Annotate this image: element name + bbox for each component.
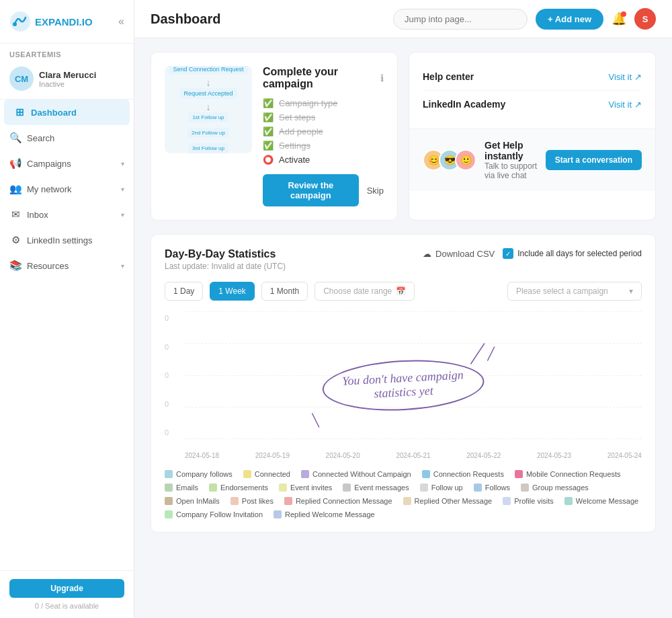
collapse-button[interactable]: « <box>118 15 124 28</box>
y-label-2: 0 <box>165 371 169 379</box>
campaign-select-label: Please select a campaign <box>516 286 608 296</box>
legend-label: Follows <box>485 484 510 492</box>
legend-dot <box>279 484 287 492</box>
nav-icon-campaigns: 📢 <box>9 157 22 169</box>
legend-label: Group messages <box>532 484 589 492</box>
campaign-card: Send Connection Request ↓ Request Accept… <box>151 52 398 221</box>
include-all-checkbox[interactable]: ✓ <box>503 248 513 259</box>
upgrade-button[interactable]: Upgrade <box>9 579 124 598</box>
notifications-button[interactable]: 🔔 <box>612 11 626 26</box>
x-label: 2024-05-20 <box>326 452 360 459</box>
nav-icon-resources: 📚 <box>9 260 22 272</box>
linkedin-academy-label: LinkedIn Academy <box>423 99 505 110</box>
support-avatar-3: 🙂 <box>455 149 476 171</box>
start-conversation-button[interactable]: Start a conversation <box>546 150 642 170</box>
step-label: Activate <box>279 155 310 165</box>
flow-step-5: 3rd Follow up <box>188 143 228 153</box>
sidebar-item-my-network[interactable]: 👥 My network ▾ <box>0 176 134 202</box>
chevron-down-icon: ▾ <box>121 262 124 270</box>
sidebar-item-campaigns[interactable]: 📢 Campaigns ▾ <box>0 151 134 176</box>
support-text: Get Help instantly Talk to support via l… <box>485 140 538 180</box>
legend-item: Company follows <box>165 470 233 478</box>
legend-label: Endorsements <box>220 484 268 492</box>
legend-dot <box>301 470 309 478</box>
flow-step-3: 1st Follow up <box>188 112 228 122</box>
sidebar-footer: Upgrade 0 / Seat is available <box>0 570 134 618</box>
logo-text: EXPANDI.IO <box>35 16 93 28</box>
support-avatars: 😊 😎 🙂 <box>423 149 476 171</box>
campaign-title-row: Complete your campaign ℹ <box>263 66 384 90</box>
legend-dot <box>165 510 173 518</box>
doodle-lines <box>457 340 497 367</box>
legend-item: Emails <box>165 484 198 492</box>
nav-label-my-network: My network <box>27 184 116 194</box>
legend-item: Event messages <box>343 484 409 492</box>
legend-item: Endorsements <box>209 484 268 492</box>
linkedin-academy-row: LinkedIn Academy Visit it ↗ <box>423 90 642 118</box>
period-1month-button[interactable]: 1 Month <box>261 282 308 301</box>
campaign-actions: Review the campaign Skip <box>263 174 384 206</box>
legend-item: Event invites <box>279 484 332 492</box>
legend-label: Event invites <box>290 484 332 492</box>
legend-dot <box>243 470 251 478</box>
check-todo-icon: ⭕ <box>263 155 274 165</box>
legend-item: Replied Welcome Message <box>274 510 375 518</box>
sidebar-item-search[interactable]: 🔍 Search <box>0 125 134 151</box>
checklist-item: ✅ Settings <box>263 141 384 151</box>
campaign-select[interactable]: Please select a campaign ▾ <box>507 282 642 301</box>
legend-item: Follows <box>474 484 510 492</box>
info-icon[interactable]: ℹ <box>380 73 384 83</box>
chart-area: 0 0 0 0 0 You don't have campaignstatist… <box>165 311 642 459</box>
legend-grid: Company follows Connected Connected With… <box>165 470 642 518</box>
x-label: 2024-05-18 <box>185 452 219 459</box>
checklist-item: ✅ Set steps <box>263 112 384 122</box>
step-label: Campaign type <box>279 98 337 108</box>
include-all-checkbox-group: ✓ Include all days for selected period <box>503 248 642 259</box>
legend-label: Replied Connection Message <box>296 497 392 505</box>
stats-subtitle: Last update: Invalid at date (UTC) <box>165 262 286 271</box>
legend-label: Connected Without Campaign <box>312 470 411 478</box>
topbar: Dashboard + Add new 🔔 S <box>134 0 672 38</box>
help-center-label: Help center <box>423 71 474 82</box>
avatar: CM <box>9 67 34 91</box>
nav-label-linkedin-settings: LinkedIn settings <box>27 235 124 245</box>
add-new-button[interactable]: + Add new <box>536 9 603 30</box>
x-label: 2024-05-22 <box>466 452 501 459</box>
download-icon: ☁ <box>423 249 431 259</box>
skip-link[interactable]: Skip <box>367 186 384 196</box>
legend-item: Connection Requests <box>422 470 504 478</box>
legend-label: Company follows <box>176 470 233 478</box>
search-input[interactable] <box>393 9 528 30</box>
linkedin-academy-visit[interactable]: Visit it ↗ <box>609 100 642 110</box>
sidebar-item-linkedin-settings[interactable]: ⚙ LinkedIn settings <box>0 227 134 253</box>
sidebar-item-inbox[interactable]: ✉ Inbox ▾ <box>0 202 134 227</box>
period-1day-button[interactable]: 1 Day <box>165 282 203 301</box>
sidebar-item-resources[interactable]: 📚 Resources ▾ <box>0 253 134 278</box>
chevron-down-icon: ▾ <box>121 160 124 167</box>
stats-controls: 1 Day 1 Week 1 Month Choose date range 📅… <box>165 282 642 301</box>
review-campaign-button[interactable]: Review the campaign <box>263 174 359 206</box>
flow-step-1: Send Connection Request <box>169 66 247 75</box>
doodle-lines-bottom <box>309 410 336 430</box>
legend-item: Connected Without Campaign <box>301 470 411 478</box>
stats-header-right: ☁ Download CSV ✓ Include all days for se… <box>423 248 642 259</box>
legend-dot <box>165 497 173 505</box>
legend-label: Welcome Message <box>576 497 638 505</box>
legend-item: Mobile Connection Requests <box>515 470 621 478</box>
statistics-section: Day-By-Day Statistics Last update: Inval… <box>151 234 656 533</box>
user-avatar-top[interactable]: S <box>634 8 656 30</box>
sidebar-item-dashboard[interactable]: ⊞ Dashboard <box>4 100 130 125</box>
logo-area: EXPANDI.IO <box>9 11 93 32</box>
legend-item: Group messages <box>521 484 589 492</box>
chevron-down-icon: ▾ <box>121 211 124 219</box>
chevron-down-icon: ▾ <box>629 286 633 296</box>
step-label: Add people <box>279 126 323 137</box>
period-1week-button[interactable]: 1 Week <box>210 282 254 301</box>
date-range-picker[interactable]: Choose date range 📅 <box>314 282 415 301</box>
check-done-icon: ✅ <box>263 112 274 122</box>
main-area: Dashboard + Add new 🔔 S Send Connection … <box>134 0 672 618</box>
download-csv-button[interactable]: ☁ Download CSV <box>423 249 495 259</box>
svg-line-2 <box>470 344 484 364</box>
help-center-visit[interactable]: Visit it ↗ <box>609 72 642 82</box>
legend-label: Follow up <box>431 484 463 492</box>
